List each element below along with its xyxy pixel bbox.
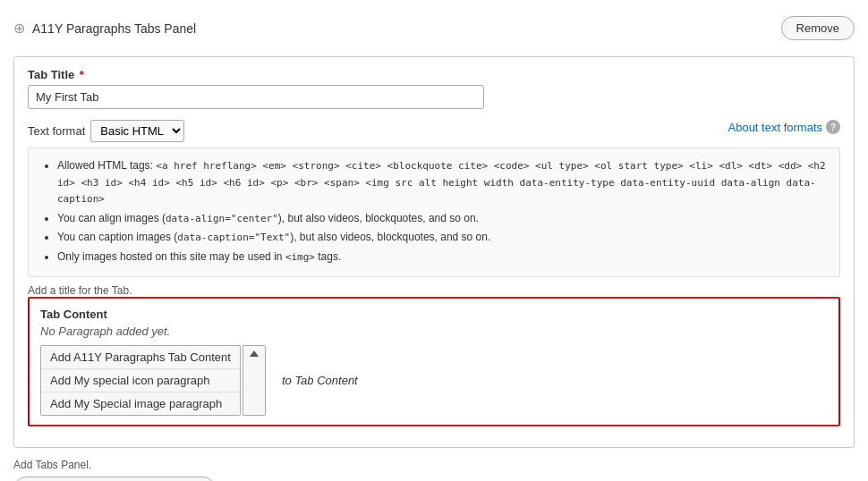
- about-text-formats-link[interactable]: About text formats ?: [728, 120, 841, 134]
- tab-helper-text: Add a title for the Tab.: [28, 284, 840, 297]
- html-info-item-4: Only images hosted on this site may be u…: [57, 249, 829, 266]
- tab-title-label: Tab Title *: [28, 68, 840, 81]
- dropdown-item-2[interactable]: Add My special icon paragraph: [41, 369, 240, 392]
- remove-button[interactable]: Remove: [781, 16, 855, 40]
- tab-content-title: Tab Content: [40, 308, 828, 321]
- html-info-item-3: You can caption images (data-caption="Te…: [57, 229, 829, 246]
- panel-header: ⊕ A11Y Paragraphs Tabs Panel Remove: [13, 9, 855, 47]
- panel-content: Tab Title * Text format Basic HTML Full …: [13, 56, 855, 448]
- help-icon: ?: [826, 120, 840, 134]
- drag-handle-icon[interactable]: ⊕: [13, 20, 25, 37]
- html-info-list: Allowed HTML tags: <a href hreflang> <em…: [39, 157, 829, 265]
- add-tabs-panel-button[interactable]: Add A11Y Paragraphs Tabs Panel: [13, 477, 216, 481]
- arrow-up-icon: [250, 350, 259, 357]
- no-paragraph-text: No Paragraph added yet.: [40, 325, 828, 338]
- html-info-item-1: Allowed HTML tags: <a href hreflang> <em…: [57, 157, 829, 207]
- text-format-select[interactable]: Basic HTML Full HTML Plain text: [90, 120, 184, 142]
- panel-title-row: ⊕ A11Y Paragraphs Tabs Panel: [13, 20, 196, 37]
- text-format-row: Text format Basic HTML Full HTML Plain t…: [28, 120, 840, 142]
- dropdown-item-1[interactable]: Add A11Y Paragraphs Tab Content: [41, 346, 240, 369]
- panel-title: A11Y Paragraphs Tabs Panel: [32, 21, 196, 36]
- required-star: *: [76, 68, 84, 81]
- dropdown-wrapper: Add A11Y Paragraphs Tab Content Add My s…: [40, 345, 241, 416]
- dropdown-main: Add A11Y Paragraphs Tab Content Add My s…: [40, 345, 241, 416]
- dropdown-item-3[interactable]: Add My Special image paragraph: [41, 392, 240, 415]
- dropdown-area: Add A11Y Paragraphs Tab Content Add My s…: [40, 345, 828, 416]
- html-info-box: Allowed HTML tags: <a href hreflang> <em…: [28, 148, 840, 277]
- add-tabs-section: Add Tabs Panel. Add A11Y Paragraphs Tabs…: [13, 459, 855, 481]
- text-format-left: Text format Basic HTML Full HTML Plain t…: [28, 120, 184, 142]
- to-tab-label: to Tab Content: [282, 374, 358, 387]
- page-wrapper: ⊕ A11Y Paragraphs Tabs Panel Remove Tab …: [0, 0, 868, 481]
- html-info-item-2: You can align images (data-align="center…: [57, 210, 829, 227]
- tab-content-section: Tab Content No Paragraph added yet. Add …: [28, 297, 840, 426]
- tab-title-field-group: Tab Title *: [28, 68, 840, 109]
- dropdown-arrow-button[interactable]: [243, 345, 266, 416]
- add-tabs-helper: Add Tabs Panel.: [13, 459, 855, 471]
- tab-title-input[interactable]: [28, 85, 484, 109]
- text-format-label: Text format: [28, 124, 85, 138]
- dropdown-items-list: Add A11Y Paragraphs Tab Content Add My s…: [41, 346, 240, 415]
